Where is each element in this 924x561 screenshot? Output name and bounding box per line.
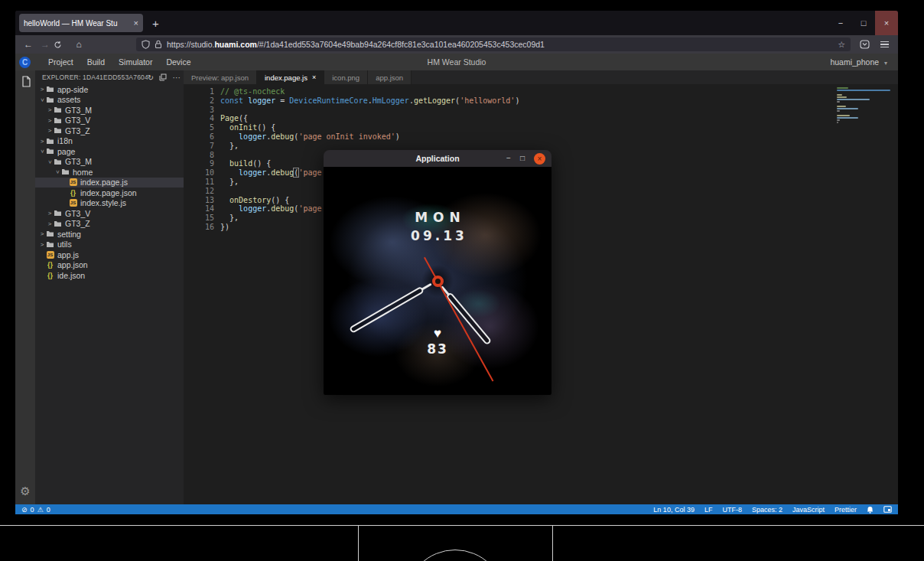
chevron-collapsed-icon: > bbox=[46, 106, 54, 113]
menu-item-project[interactable]: Project bbox=[41, 57, 80, 67]
tree-folder-utils[interactable]: >utils bbox=[35, 240, 184, 250]
simulator-maximize-button[interactable]: □ bbox=[520, 155, 525, 162]
statusbar-item-ln-10-col-39[interactable]: Ln 10, Col 39 bbox=[653, 506, 695, 514]
code-text bbox=[214, 187, 220, 196]
statusbar-item-spaces-2[interactable]: Spaces: 2 bbox=[752, 506, 782, 514]
tree-folder-GT3_V[interactable]: >GT3_V bbox=[35, 208, 184, 219]
tree-item-label: GT3_Z bbox=[65, 219, 90, 228]
tree-item-label: utils bbox=[57, 240, 72, 249]
tree-folder-page[interactable]: >page bbox=[35, 146, 184, 157]
explorer-sidebar: EXPLORER: 1DA41EDD553A7604E49B... ↻ ··· … bbox=[35, 70, 184, 504]
minimap[interactable] bbox=[837, 87, 892, 124]
menu-item-device[interactable]: Device bbox=[159, 57, 197, 67]
back-button[interactable]: ← bbox=[20, 39, 37, 50]
code-line-3[interactable]: 3 bbox=[184, 106, 898, 115]
tree-file-index.page.js[interactable]: JSindex.page.js bbox=[35, 178, 184, 188]
menu-item-simulator[interactable]: Simulator bbox=[112, 57, 159, 67]
editor-tab-preview-app.json[interactable]: Preview: app.json bbox=[184, 70, 257, 84]
code-text: onDestory() { bbox=[214, 196, 289, 205]
tree-folder-i18n[interactable]: >i18n bbox=[35, 136, 184, 147]
tree-folder-GT3_Z[interactable]: >GT3_Z bbox=[35, 126, 184, 136]
reload-button[interactable] bbox=[54, 41, 70, 49]
close-button[interactable]: × bbox=[875, 11, 898, 35]
monitor-stand-circle bbox=[405, 550, 505, 561]
editor-tabbar: Preview: app.jsonindex.page.js×icon.pnga… bbox=[184, 70, 898, 84]
code-line-4[interactable]: 4Page({ bbox=[184, 114, 898, 123]
tree-folder-app-side[interactable]: >app-side bbox=[35, 84, 184, 95]
tree-folder-GT3_M[interactable]: >GT3_M bbox=[35, 105, 184, 116]
settings-gear-icon[interactable]: ⚙ bbox=[20, 484, 30, 498]
statusbar-item-javascript[interactable]: JavaScript bbox=[792, 506, 825, 514]
code-text: build() { bbox=[214, 159, 271, 168]
desktop-background: helloWorld — HM Wear Stu × + − □ × ← → ⌂ bbox=[0, 0, 924, 561]
home-button[interactable]: ⌂ bbox=[70, 39, 87, 50]
tree-file-ide.json[interactable]: {}ide.json bbox=[35, 270, 184, 281]
tree-file-index.page.json[interactable]: {}index.page.json bbox=[35, 188, 184, 198]
refresh-icon[interactable]: ↻ bbox=[148, 73, 155, 82]
browser-tab[interactable]: helloWorld — HM Wear Stu × bbox=[19, 14, 143, 32]
code-text: }) bbox=[214, 223, 229, 232]
tree-folder-GT3_Z[interactable]: >GT3_Z bbox=[35, 219, 184, 230]
url-text[interactable]: https://studio.huami.com/#/1da41edd553a7… bbox=[167, 40, 833, 49]
code-line-1[interactable]: 1// @ts-nocheck bbox=[184, 87, 898, 96]
bookmark-star-icon[interactable]: ☆ bbox=[838, 40, 845, 50]
tree-file-app.json[interactable]: {}app.json bbox=[35, 260, 184, 271]
code-text: }, bbox=[214, 178, 239, 187]
tree-item-label: app.json bbox=[57, 260, 88, 269]
folder-icon bbox=[54, 126, 62, 135]
simulator-window[interactable]: Application − □ × MON 09.13 ♥ 83 bbox=[324, 150, 551, 395]
editor-tab-app.json[interactable]: app.json bbox=[368, 70, 412, 84]
simulator-close-button[interactable]: × bbox=[534, 153, 545, 165]
forward-button[interactable]: → bbox=[37, 39, 54, 50]
statusbar-item-prettier[interactable]: Prettier bbox=[835, 506, 857, 514]
tree-folder-GT3_M[interactable]: >GT3_M bbox=[35, 157, 184, 168]
menu-item-build[interactable]: Build bbox=[80, 57, 112, 67]
tree-folder-setting[interactable]: >setting bbox=[35, 229, 184, 240]
new-tab-button[interactable]: + bbox=[152, 17, 159, 30]
chevron-collapsed-icon: > bbox=[38, 230, 46, 237]
tab-close-icon[interactable]: × bbox=[134, 18, 138, 28]
minimize-button[interactable]: − bbox=[829, 11, 852, 35]
folder-icon bbox=[54, 106, 62, 114]
notifications-bell-icon[interactable] bbox=[867, 506, 874, 514]
tree-file-index.style.js[interactable]: JSindex.style.js bbox=[35, 198, 184, 209]
editor-tab-label: Preview: app.json bbox=[191, 73, 249, 82]
lock-icon[interactable] bbox=[155, 40, 162, 49]
code-line-6[interactable]: 6 logger.debug('page onInit invoked') bbox=[184, 132, 898, 142]
errors-count: 0 bbox=[31, 506, 34, 514]
problems-status[interactable]: ⊘ 0 ⚠ 0 bbox=[21, 506, 50, 514]
heart-rate-value: 83 bbox=[324, 341, 551, 357]
device-selector[interactable]: huami_phone ▾ bbox=[830, 57, 887, 67]
statusbar-item-utf-8[interactable]: UTF-8 bbox=[722, 506, 742, 514]
url-bar[interactable]: https://studio.huami.com/#/1da41edd553a7… bbox=[136, 38, 851, 51]
feedback-screen-icon[interactable] bbox=[883, 506, 892, 513]
navbar-right-icons bbox=[860, 40, 889, 50]
collapse-folders-icon[interactable] bbox=[159, 73, 167, 81]
explorer-files-icon[interactable] bbox=[19, 75, 32, 88]
statusbar-item-lf[interactable]: LF bbox=[704, 506, 713, 514]
tree-item-label: app-side bbox=[57, 85, 88, 94]
code-line-2[interactable]: 2const logger = DeviceRuntimeCore.HmLogg… bbox=[184, 96, 898, 106]
tree-folder-assets[interactable]: >assets bbox=[35, 95, 184, 106]
menu-hamburger-icon[interactable] bbox=[880, 40, 889, 50]
pocket-icon[interactable] bbox=[860, 40, 870, 49]
warnings-count: 0 bbox=[47, 506, 50, 514]
maximize-button[interactable]: □ bbox=[852, 11, 875, 35]
tree-folder-GT3_V[interactable]: >GT3_V bbox=[35, 116, 184, 126]
shield-icon[interactable] bbox=[142, 40, 150, 49]
code-text: }, bbox=[214, 142, 239, 151]
activity-bar: ⚙ bbox=[15, 70, 35, 504]
simulator-minimize-button[interactable]: − bbox=[506, 155, 511, 162]
editor-tab-icon.png[interactable]: icon.png bbox=[324, 70, 368, 84]
simulator-titlebar[interactable]: Application − □ × bbox=[324, 150, 551, 167]
editor-tab-index.page.js[interactable]: index.page.js× bbox=[257, 70, 324, 84]
more-actions-icon[interactable]: ··· bbox=[172, 73, 181, 82]
tree-file-app.js[interactable]: JSapp.js bbox=[35, 250, 184, 260]
tab-close-icon[interactable]: × bbox=[312, 73, 316, 81]
browser-window-controls: − □ × bbox=[829, 11, 898, 35]
code-line-5[interactable]: 5 onInit() { bbox=[184, 123, 898, 132]
tree-folder-home[interactable]: >home bbox=[35, 167, 184, 178]
code-line-7[interactable]: 7 }, bbox=[184, 142, 898, 151]
editor-tab-label: index.page.js bbox=[265, 73, 307, 82]
tree-item-label: i18n bbox=[57, 136, 73, 145]
